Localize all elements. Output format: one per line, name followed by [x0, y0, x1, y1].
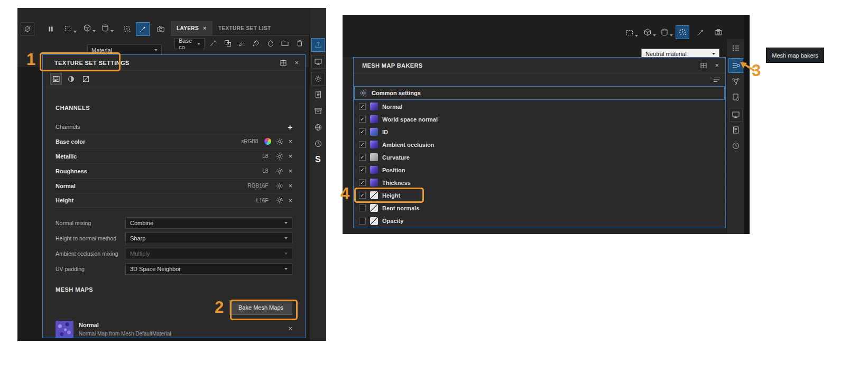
add-fill-layer-icon[interactable] — [252, 39, 261, 48]
cylinder-tool-button[interactable] — [101, 24, 114, 32]
channel-gear-icon[interactable] — [276, 182, 283, 190]
blend-mode-dropdown[interactable]: Base co — [174, 38, 205, 49]
uv-padding-select[interactable]: 3D Space Neighbor — [125, 263, 292, 275]
baker-checkbox[interactable]: ✓ — [359, 154, 366, 161]
cube-tool-button[interactable] — [643, 28, 656, 36]
baker-row-id[interactable]: ✓ ID — [354, 126, 725, 138]
close-icon[interactable]: × — [294, 59, 299, 66]
mesh-map-entry-normal[interactable]: Normal Normal Map from Mesh DefaultMater… — [56, 321, 292, 338]
marquee-tool-button[interactable] — [625, 29, 638, 37]
baker-row-thickness[interactable]: ✓ Thickness — [354, 176, 725, 189]
add-effect-wand-icon[interactable] — [209, 39, 217, 48]
baker-row-bent-normals[interactable]: Bent normals — [354, 202, 725, 215]
camera-tool-button[interactable] — [154, 22, 168, 36]
mesh-map-bakers-header[interactable]: MESH MAP BAKERS × — [354, 58, 725, 73]
display-settings-button[interactable] — [729, 108, 743, 122]
baker-row-position[interactable]: ✓ Position — [354, 164, 725, 176]
material-mode-dropdown[interactable]: Material — [87, 44, 162, 55]
channel-format[interactable]: RGB16F — [248, 183, 269, 189]
channel-format[interactable]: sRGB8 — [241, 138, 258, 144]
texture-set-settings-header[interactable]: TEXTURE SET SETTINGS × — [43, 55, 305, 71]
color-space-palette-icon[interactable] — [264, 138, 271, 145]
node-graph-icon[interactable] — [732, 77, 740, 86]
cylinder-tool-button[interactable] — [660, 28, 673, 36]
delete-layer-trash-icon[interactable] — [296, 39, 304, 48]
baker-checkbox[interactable] — [359, 204, 366, 211]
baker-row-height[interactable]: ✓ Height — [354, 189, 725, 202]
texture-set-list-doc-icon[interactable] — [314, 90, 322, 99]
common-settings-row[interactable]: Common settings — [354, 86, 725, 100]
close-icon[interactable]: × — [715, 62, 719, 69]
tab-shader-settings-icon[interactable] — [65, 73, 77, 85]
baker-checkbox[interactable]: ✓ — [359, 166, 366, 173]
channel-gear-icon[interactable] — [276, 168, 283, 175]
baker-row-normal[interactable]: ✓ Normal — [354, 100, 725, 113]
pause-engine-button[interactable] — [44, 22, 58, 36]
tab-texture-set-list[interactable]: TEXTURE SET LIST — [213, 21, 277, 35]
dock-grid-icon[interactable] — [280, 59, 287, 67]
remove-channel-icon[interactable]: × — [288, 138, 292, 145]
history-clock-icon[interactable] — [732, 142, 740, 150]
tab-close-icon[interactable]: × — [203, 25, 207, 31]
remove-channel-icon[interactable]: × — [288, 197, 292, 204]
display-settings-button[interactable] — [311, 55, 325, 69]
height-to-normal-select[interactable]: Sharp — [125, 232, 292, 244]
add-folder-icon[interactable] — [281, 39, 289, 48]
tab-layers[interactable]: LAYERS × — [171, 21, 213, 35]
channel-format[interactable]: L8 — [262, 153, 268, 159]
particles-tool-button[interactable] — [120, 22, 134, 36]
channel-row-normal[interactable]: Normal RGB16F × — [56, 178, 292, 193]
properties-list-icon[interactable] — [732, 44, 740, 52]
cube-tool-button[interactable] — [83, 24, 96, 32]
baker-checkbox[interactable]: ✓ — [359, 128, 366, 135]
baker-row-opacity[interactable]: Opacity — [354, 215, 725, 227]
mesh-map-bakers-tooltip: Mesh map bakers — [766, 48, 824, 63]
channel-gear-icon[interactable] — [276, 138, 283, 145]
export-textures-button[interactable] — [311, 38, 325, 52]
tab-display-settings-icon[interactable] — [80, 73, 91, 85]
add-paint-layer-icon[interactable] — [238, 39, 246, 48]
remove-channel-icon[interactable]: × — [288, 168, 292, 174]
bake-mesh-maps-button[interactable]: Bake Mesh Maps — [229, 300, 292, 315]
filter-lines-icon[interactable] — [713, 76, 721, 83]
substance-logo[interactable]: S — [315, 155, 321, 164]
dock-grid-icon[interactable] — [700, 62, 707, 69]
remove-channel-icon[interactable]: × — [288, 182, 292, 189]
shelf-archive-icon[interactable] — [314, 107, 322, 115]
baker-row-world-space-normal[interactable]: ✓ World space normal — [354, 113, 725, 126]
resources-globe-icon[interactable] — [314, 123, 322, 132]
channel-row-base-color[interactable]: Base color sRGB8 × — [56, 134, 292, 148]
channel-gear-icon[interactable] — [276, 153, 283, 160]
particles-tool-button[interactable] — [676, 25, 689, 39]
history-clock-icon[interactable] — [314, 140, 322, 148]
baker-checkbox[interactable] — [359, 218, 366, 225]
baker-checkbox[interactable]: ✓ — [359, 116, 366, 123]
symmetry-toggle-button[interactable] — [21, 22, 34, 36]
channel-format[interactable]: L16F — [256, 198, 269, 203]
baker-checkbox[interactable]: ✓ — [359, 192, 366, 199]
remove-channel-icon[interactable]: × — [288, 153, 292, 160]
add-channel-icon[interactable]: + — [288, 123, 292, 131]
camera-tool-button[interactable] — [712, 25, 725, 39]
channel-gear-icon[interactable] — [276, 197, 283, 204]
tab-texture-set-settings-icon[interactable] — [50, 73, 62, 85]
channel-row-height[interactable]: Height L16F × — [56, 193, 292, 208]
clear-mesh-map-icon[interactable]: × — [288, 325, 292, 332]
channel-row-metallic[interactable]: Metallic L8 × — [56, 148, 292, 163]
paint-brush-tool-button[interactable] — [694, 25, 707, 39]
normal-mixing-select[interactable]: Combine — [125, 217, 292, 229]
marquee-tool-button[interactable] — [64, 24, 77, 33]
texture-set-list-doc-icon[interactable] — [732, 126, 740, 134]
baker-row-curvature[interactable]: ✓ Curvature — [354, 151, 725, 164]
viewer-settings-button[interactable] — [311, 72, 325, 86]
instantiate-layer-icon[interactable] — [224, 39, 232, 48]
baker-checkbox[interactable]: ✓ — [359, 103, 366, 110]
channel-row-roughness[interactable]: Roughness L8 × — [56, 163, 292, 178]
baker-checkbox[interactable]: ✓ — [359, 141, 366, 148]
document-settings-icon[interactable] — [732, 93, 740, 101]
baker-row-ambient-occlusion[interactable]: ✓ Ambient occlusion — [354, 138, 725, 151]
channel-format[interactable]: L8 — [262, 168, 268, 174]
paint-brush-tool-button[interactable] — [136, 22, 150, 36]
add-smart-material-icon[interactable] — [266, 39, 275, 48]
baker-checkbox[interactable]: ✓ — [359, 179, 366, 186]
